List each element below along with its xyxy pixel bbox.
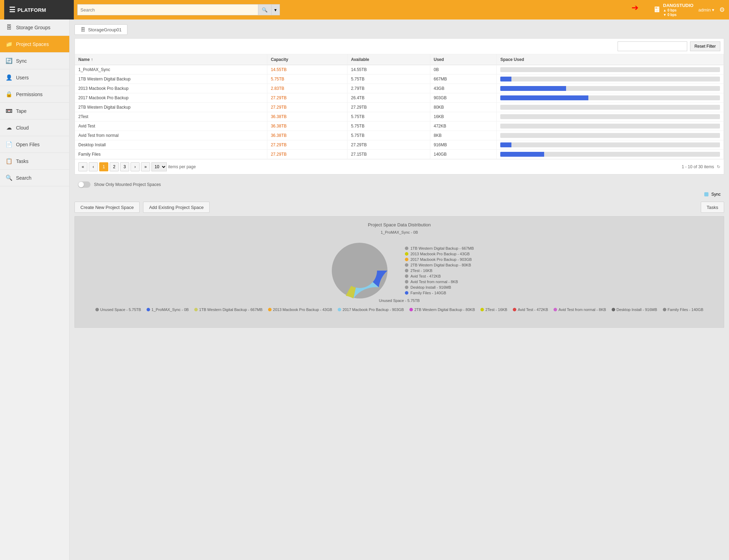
sync-row: Sync	[75, 190, 724, 198]
sidebar-item-permissions[interactable]: 🔒 Permissions	[0, 86, 69, 103]
legend-item: 2017 Macbook Pro Backup - 903GB	[405, 257, 474, 262]
col-available: Available	[347, 54, 430, 65]
legend-item: 2Test - 16KB	[405, 269, 474, 273]
search-bar: 🔍 ▾	[77, 4, 649, 15]
sidebar-item-label: Users	[16, 75, 29, 80]
sidebar-item-users[interactable]: 👤 Users	[0, 69, 69, 86]
table-row[interactable]: Avid Test from normal 36.38TB 5.75TB 8KB	[75, 131, 724, 140]
tasks-button[interactable]: Tasks	[701, 202, 724, 213]
cell-name: 1TB Western Digital Backup	[75, 75, 267, 84]
next-page-button[interactable]: ›	[131, 162, 140, 171]
sidebar-item-label: Project Spaces	[16, 41, 49, 47]
mounted-toggle[interactable]	[78, 181, 91, 188]
table-row[interactable]: 2Test 36.38TB 5.75TB 16KB	[75, 112, 724, 122]
sync-icon: 🔄	[6, 57, 13, 64]
sidebar-item-tape[interactable]: 📼 Tape	[0, 103, 69, 119]
legend-bottom-item: 2013 Macbook Pro Backup - 43GB	[268, 308, 332, 312]
table-row[interactable]: Desktop Install 27.29TB 27.29TB 916MB	[75, 140, 724, 150]
col-used: Used	[430, 54, 496, 65]
cell-space-used	[497, 140, 724, 150]
table-row[interactable]: Avid Test 36.38TB 5.75TB 472KB	[75, 122, 724, 131]
cell-available: 5.75TB	[347, 112, 430, 122]
cell-capacity: 14.55TB	[267, 65, 347, 75]
chart-container: 1TB Western Digital Backup - 667MB2013 M…	[80, 236, 718, 305]
page-2-button[interactable]: 2	[110, 162, 119, 171]
per-page-select[interactable]: 10 25 50	[151, 162, 167, 171]
sidebar-item-label: Sync	[16, 58, 27, 64]
sidebar-item-storage-groups[interactable]: 🗄 Storage Groups	[0, 20, 69, 36]
search-icon: 🔍	[6, 174, 13, 181]
refresh-icon[interactable]: ↻	[717, 164, 720, 169]
pagination-info: 1 - 10 of 30 items ↻	[682, 164, 720, 169]
open-files-icon: 📄	[6, 141, 13, 148]
search-input[interactable]	[77, 4, 258, 15]
action-buttons-row: Create New Project Space Add Existing Pr…	[75, 198, 724, 216]
cell-space-used	[497, 65, 724, 75]
sidebar-item-label: Storage Groups	[16, 25, 50, 30]
legend-bottom-item: Desktop Install - 916MB	[612, 308, 657, 312]
cell-available: 26.4TB	[347, 93, 430, 103]
cell-name: Avid Test from normal	[75, 131, 267, 140]
cell-space-used	[497, 131, 724, 140]
create-new-project-space-button[interactable]: Create New Project Space	[75, 202, 140, 213]
page-3-button[interactable]: 3	[120, 162, 129, 171]
sidebar-item-tasks[interactable]: 📋 Tasks	[0, 153, 69, 170]
cell-capacity: 27.29TB	[267, 93, 347, 103]
chart-label-top: 1_ProMAX_Sync - 0B	[80, 230, 718, 234]
storage-group-tab[interactable]: 🗄 StorageGroup01	[75, 24, 127, 35]
col-capacity: Capacity	[267, 54, 347, 65]
studio-stats: ▲ 0 bps ▼ 0 bps	[663, 8, 693, 17]
sidebar-item-label: Cloud	[16, 125, 29, 131]
sidebar-item-label: Tasks	[16, 158, 29, 164]
reset-filter-button[interactable]: Reset Filter	[690, 41, 720, 51]
cell-space-used	[497, 75, 724, 84]
cell-used: 903GB	[430, 93, 496, 103]
page-1-button[interactable]: 1	[99, 162, 108, 171]
cell-capacity: 2.83TB	[267, 84, 347, 93]
project-spaces-table-area: Reset Filter Name ↑ Capacity Available U…	[75, 38, 724, 174]
legend-item: 1TB Western Digital Backup - 667MB	[405, 246, 474, 250]
cell-available: 27.29TB	[347, 103, 430, 112]
table-row[interactable]: 1TB Western Digital Backup 5.75TB 5.75TB…	[75, 75, 724, 84]
cell-capacity: 36.38TB	[267, 131, 347, 140]
cell-name: 2TB Western Digital Backup	[75, 103, 267, 112]
col-space-used: Space Used	[497, 54, 724, 65]
table-row[interactable]: 1_ProMAX_Sync 14.55TB 14.55TB 0B	[75, 65, 724, 75]
cell-capacity: 36.38TB	[267, 112, 347, 122]
table-row[interactable]: 2017 Macbook Pro Backup 27.29TB 26.4TB 9…	[75, 93, 724, 103]
pagination-row: « ‹ 1 2 3 › » 10 25 50 items per page 1 …	[75, 159, 724, 174]
sidebar-item-project-spaces[interactable]: 📁 Project Spaces	[0, 36, 69, 53]
chart-label-bottom: Unused Space - 5.75TB	[80, 298, 718, 303]
sidebar-item-label: Search	[16, 175, 31, 181]
prev-page-button[interactable]: ‹	[89, 162, 98, 171]
table-row[interactable]: 2013 Macbook Pro Backup 2.83TB 2.79TB 43…	[75, 84, 724, 93]
last-page-button[interactable]: »	[141, 162, 150, 171]
storage-groups-icon: 🗄	[6, 24, 13, 31]
search-button[interactable]: 🔍	[258, 4, 272, 15]
search-dropdown-button[interactable]: ▾	[272, 4, 280, 15]
table-row[interactable]: Family Files 27.29TB 27.15TB 140GB	[75, 150, 724, 159]
sidebar-item-open-files[interactable]: 📄 Open Files	[0, 136, 69, 153]
cell-used: 8KB	[430, 131, 496, 140]
add-existing-project-space-button[interactable]: Add Existing Project Space	[143, 202, 210, 213]
admin-menu[interactable]: admin ▾	[698, 7, 714, 13]
cell-used: 667MB	[430, 75, 496, 84]
table-row[interactable]: 2TB Western Digital Backup 27.29TB 27.29…	[75, 103, 724, 112]
legend-bottom-item: 1_ProMAX_Sync - 0B	[147, 308, 189, 312]
cell-name: 2013 Macbook Pro Backup	[75, 84, 267, 93]
cell-name: Avid Test	[75, 122, 267, 131]
cell-name: 2017 Macbook Pro Backup	[75, 93, 267, 103]
sidebar-item-sync[interactable]: 🔄 Sync	[0, 53, 69, 69]
main-content: 🗄 StorageGroup01 Reset Filter Name ↑ Cap…	[70, 20, 729, 560]
per-page-label: items per page	[168, 164, 196, 169]
sidebar-item-cloud[interactable]: ☁ Cloud	[0, 119, 69, 136]
sync-indicator	[704, 192, 708, 196]
cell-used: 140GB	[430, 150, 496, 159]
first-page-button[interactable]: «	[78, 162, 87, 171]
legend-bottom-item: Avid Test - 472KB	[513, 308, 548, 312]
cell-available: 5.75TB	[347, 75, 430, 84]
cell-space-used	[497, 112, 724, 122]
filter-input[interactable]	[618, 41, 687, 51]
settings-icon[interactable]: ⚙	[719, 6, 725, 14]
sidebar-item-search[interactable]: 🔍 Search	[0, 170, 69, 186]
